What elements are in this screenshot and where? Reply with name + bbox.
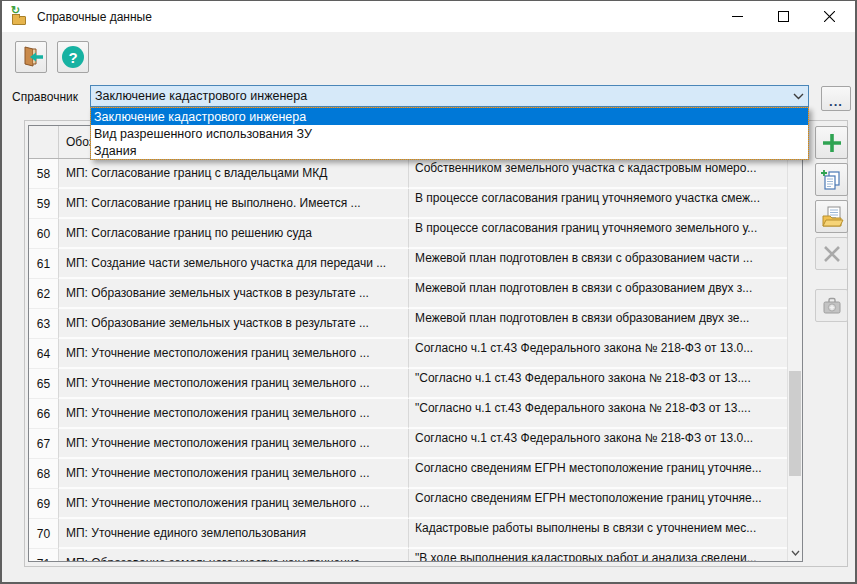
row-designation[interactable]: МП: Создание части земельного участка дл… xyxy=(59,249,409,279)
exit-button[interactable] xyxy=(15,41,47,73)
row-designation[interactable]: МП: Согласование границ по решению суда xyxy=(59,219,409,249)
row-content[interactable]: Согласно сведениям ЕГРН местоположение г… xyxy=(409,459,787,489)
delete-x-icon xyxy=(821,243,843,265)
row-content[interactable]: Согласно ч.1 ст.43 Федерального закона №… xyxy=(409,339,787,369)
row-number: 70 xyxy=(29,519,59,549)
row-content[interactable]: Межевой план подготовлен в связи с образ… xyxy=(409,279,787,309)
minimize-button[interactable] xyxy=(714,1,760,32)
row-content[interactable]: "В ходе выполнения кадастровых работ и а… xyxy=(409,549,787,562)
table-row[interactable]: 70 МП: Уточнение единого землепользовани… xyxy=(29,519,802,549)
folder-sync-icon: ↻ xyxy=(11,9,29,25)
folder-document-icon xyxy=(820,205,844,229)
copy-record-button[interactable] xyxy=(815,163,848,196)
copy-documents-icon xyxy=(820,168,844,192)
case-plus-icon xyxy=(820,294,844,318)
row-number: 60 xyxy=(29,219,59,249)
maximize-icon xyxy=(778,11,789,22)
row-designation[interactable]: МП: Согласование границ не выполнено. Им… xyxy=(59,189,409,219)
table-row[interactable]: 64 МП: Уточнение местоположения границ з… xyxy=(29,339,802,369)
table-row[interactable]: 66 МП: Уточнение местоположения границ з… xyxy=(29,399,802,429)
close-button[interactable] xyxy=(806,1,852,32)
content-panel: Обозначение 58 МП: Согласование границ с… xyxy=(24,120,848,567)
table-row[interactable]: 67 МП: Уточнение местоположения границ з… xyxy=(29,429,802,459)
dropdown-option[interactable]: Заключение кадастрового инженера xyxy=(91,108,808,125)
row-content[interactable]: Согласно сведениям ЕГРН местоположение г… xyxy=(409,489,787,519)
row-number: 61 xyxy=(29,249,59,279)
row-content[interactable]: В процессе согласования границ уточняемо… xyxy=(409,219,787,249)
question-icon: ? xyxy=(60,44,86,70)
exit-door-icon xyxy=(18,44,44,70)
add-record-button[interactable] xyxy=(815,126,848,159)
reference-combobox-value: Заключение кадастрового инженера xyxy=(95,89,307,103)
maximize-button[interactable] xyxy=(760,1,806,32)
reference-dropdown: Заключение кадастрового инженераВид разр… xyxy=(90,107,809,160)
table-row[interactable]: 59 МП: Согласование границ не выполнено.… xyxy=(29,189,802,219)
reference-label: Справочник xyxy=(12,90,78,104)
row-number: 59 xyxy=(29,189,59,219)
browse-button[interactable]: ... xyxy=(821,86,851,111)
reference-combobox[interactable]: Заключение кадастрового инженера xyxy=(90,85,809,107)
row-content[interactable]: Собственником земельного участка с кадас… xyxy=(409,159,787,189)
row-number: 64 xyxy=(29,339,59,369)
row-content[interactable]: Кадастровые работы выполнены в связи с у… xyxy=(409,519,787,549)
chevron-down-icon xyxy=(791,550,800,556)
window-title: Справочные данные xyxy=(37,10,152,24)
row-number: 58 xyxy=(29,159,59,189)
update-record-button[interactable] xyxy=(815,289,848,322)
window-controls xyxy=(714,1,852,32)
row-content[interactable]: Согласно ч.1 ст.43 Федерального закона №… xyxy=(409,429,787,459)
table-row[interactable]: 63 МП: Образование земельных участков в … xyxy=(29,309,802,339)
row-designation[interactable]: МП: Уточнение местоположения границ земе… xyxy=(59,369,409,399)
table-row[interactable]: 58 МП: Согласование границ с владельцами… xyxy=(29,159,802,189)
scrollbar-thumb[interactable] xyxy=(789,371,801,476)
row-designation[interactable]: МП: Образование земельных участков в рез… xyxy=(59,309,409,339)
delete-record-button[interactable] xyxy=(815,237,848,270)
row-content[interactable]: Межевой план подготовлен в связи с образ… xyxy=(409,249,787,279)
row-content[interactable]: В процессе согласования границ уточняемо… xyxy=(409,189,787,219)
row-number: 68 xyxy=(29,459,59,489)
row-designation[interactable]: МП: Уточнение местоположения границ земе… xyxy=(59,489,409,519)
plus-icon xyxy=(821,132,843,154)
reference-data-window: ↻ Справочные данные ? Справочник xyxy=(0,0,857,584)
table-row[interactable]: 68 МП: Уточнение местоположения границ з… xyxy=(29,459,802,489)
row-content[interactable]: Межевой план подготовлен в связи образов… xyxy=(409,309,787,339)
row-number: 65 xyxy=(29,369,59,399)
minimize-icon xyxy=(732,11,743,22)
row-designation[interactable]: МП: Уточнение местоположения границ земе… xyxy=(59,339,409,369)
row-designation[interactable]: МП: Согласование границ с владельцами МК… xyxy=(59,159,409,189)
row-number: 67 xyxy=(29,429,59,459)
close-icon xyxy=(824,11,835,22)
help-button[interactable]: ? xyxy=(57,41,89,73)
row-number: 62 xyxy=(29,279,59,309)
chevron-down-icon xyxy=(793,93,804,100)
row-number: 66 xyxy=(29,399,59,429)
table-row[interactable]: 62 МП: Образование земельных участков в … xyxy=(29,279,802,309)
row-content[interactable]: "Согласно ч.1 ст.43 Федерального закона … xyxy=(409,399,787,429)
table-row[interactable]: 65 МП: Уточнение местоположения границ з… xyxy=(29,369,802,399)
table-row[interactable]: 71 МП: Образование земельного участка ка… xyxy=(29,549,802,562)
row-designation[interactable]: МП: Уточнение единого землепользования xyxy=(59,519,409,549)
row-content[interactable]: "Согласно ч.1 ст.43 Федерального закона … xyxy=(409,369,787,399)
row-designation[interactable]: МП: Образование земельного участка как у… xyxy=(59,549,409,562)
dropdown-option[interactable]: Вид разрешенного использования ЗУ xyxy=(91,125,808,142)
scroll-down-button[interactable] xyxy=(788,544,802,561)
row-number: 63 xyxy=(29,309,59,339)
row-designation[interactable]: МП: Образование земельных участков в рез… xyxy=(59,279,409,309)
open-record-button[interactable] xyxy=(815,200,848,233)
header-number[interactable] xyxy=(29,126,59,158)
titlebar: ↻ Справочные данные xyxy=(2,1,855,32)
svg-text:?: ? xyxy=(68,49,77,66)
table-row[interactable]: 61 МП: Создание части земельного участка… xyxy=(29,249,802,279)
row-number: 71 xyxy=(29,549,59,562)
table-body: 58 МП: Согласование границ с владельцами… xyxy=(29,159,802,562)
table-row[interactable]: 69 МП: Уточнение местоположения границ з… xyxy=(29,489,802,519)
row-designation[interactable]: МП: Уточнение местоположения границ земе… xyxy=(59,399,409,429)
vertical-scrollbar[interactable] xyxy=(787,126,802,561)
table-row[interactable]: 60 МП: Согласование границ по решению су… xyxy=(29,219,802,249)
dropdown-option[interactable]: Здания xyxy=(91,142,808,159)
reference-table: Обозначение 58 МП: Согласование границ с… xyxy=(28,125,803,562)
row-number: 69 xyxy=(29,489,59,519)
row-designation[interactable]: МП: Уточнение местоположения границ земе… xyxy=(59,429,409,459)
row-designation[interactable]: МП: Уточнение местоположения границ земе… xyxy=(59,459,409,489)
